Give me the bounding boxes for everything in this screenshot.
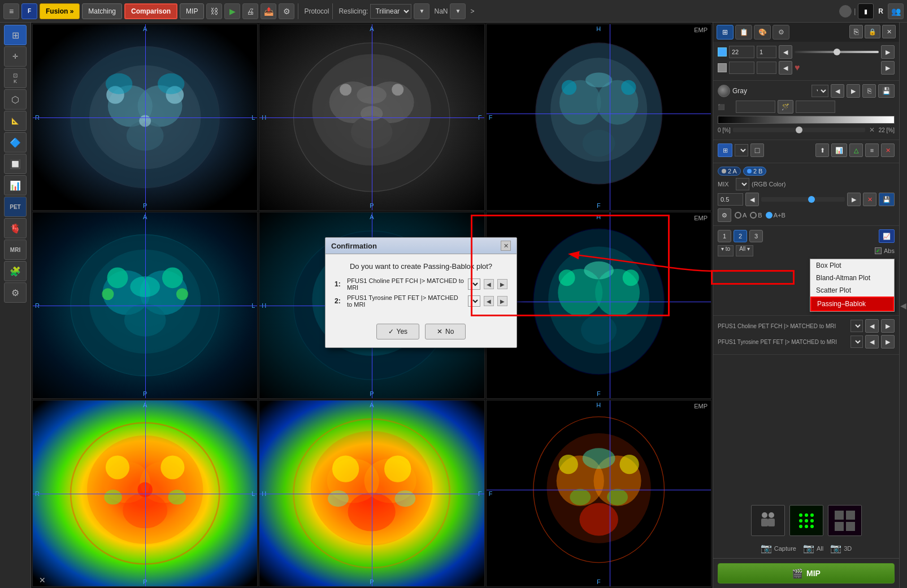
fusion-button[interactable]: Fusion »: [40, 3, 80, 19]
menu-icon[interactable]: ≡: [3, 3, 19, 19]
dataset2-next[interactable]: ▶: [881, 335, 895, 349]
rp-tab-settings[interactable]: ⚙: [773, 25, 789, 40]
dataset1-prev[interactable]: ◀: [865, 319, 879, 333]
bland-altman-item[interactable]: Bland-Altman Plot: [810, 272, 894, 284]
analysis-graph-btn[interactable]: 📈: [879, 229, 895, 243]
rp-right-icon4[interactable]: ≡: [865, 143, 879, 157]
dialog-item2-prev[interactable]: ◀: [484, 296, 494, 306]
analysis-tab-1[interactable]: 1: [718, 230, 731, 242]
dataset1-next[interactable]: ▶: [881, 319, 895, 333]
colormap-next[interactable]: ▶: [847, 84, 860, 98]
scatter-plot-item[interactable]: Scatter Plot: [810, 284, 894, 297]
disp-mode-select[interactable]: ▼: [735, 144, 748, 156]
sidebar-roi-icon[interactable]: ⬡: [4, 89, 27, 110]
sidebar-pet-icon[interactable]: PET: [4, 197, 27, 217]
slice-b-right-btn[interactable]: ▶: [881, 61, 895, 75]
slice-b-left-btn[interactable]: ◀: [779, 61, 792, 75]
disp-single-btn[interactable]: □: [750, 143, 764, 157]
mix-value-input[interactable]: 0.5: [718, 193, 743, 206]
max-input[interactable]: 0.1: [796, 101, 835, 113]
comparison-button[interactable]: Comparison: [124, 3, 177, 19]
radio-aplusb[interactable]: A+B: [766, 212, 786, 219]
matching-button[interactable]: Matching: [82, 3, 122, 19]
abs-checkbox[interactable]: ✓: [875, 247, 882, 254]
no-button[interactable]: ✕ No: [425, 324, 466, 339]
rp-right-icon5[interactable]: ✕: [881, 143, 895, 157]
sidebar-chart-icon[interactable]: 📊: [4, 175, 27, 195]
export-icon[interactable]: 📤: [261, 3, 276, 19]
scan-row3-col2[interactable]: A H F P: [259, 400, 484, 587]
dialog-item1-select[interactable]: [468, 278, 480, 290]
slice-max-input[interactable]: 1: [757, 46, 776, 58]
dialog-item2-next[interactable]: ▶: [497, 296, 507, 306]
scan-row2-col3[interactable]: EMP H F F: [486, 212, 711, 399]
min-input[interactable]: 0.0: [736, 101, 775, 113]
mip-toolbar-button[interactable]: MIP: [180, 3, 204, 19]
rp-tab-info[interactable]: 📋: [735, 25, 752, 40]
sidebar-overlay-icon[interactable]: 🔲: [4, 154, 27, 174]
sidebar-seg-icon[interactable]: 🧩: [4, 261, 27, 281]
mix-right-btn[interactable]: ▶: [847, 193, 861, 206]
rp-right-icon2[interactable]: 📊: [831, 143, 847, 157]
rp-tab-view[interactable]: ⊞: [717, 25, 734, 40]
slice-b2-input[interactable]: [757, 62, 776, 74]
scan-row2-col1[interactable]: A R L P: [32, 212, 258, 399]
sidebar-viewer-icon[interactable]: ⊞: [4, 25, 27, 45]
sidebar-measure-icon[interactable]: 📐: [4, 111, 27, 131]
settings2-icon[interactable]: ⚙: [279, 3, 294, 19]
disp-grid-btn[interactable]: ⊞: [718, 143, 732, 157]
passing-bablok-item[interactable]: Passing–Bablok: [810, 297, 894, 311]
box-plot-item[interactable]: Box Plot: [810, 259, 894, 272]
scan-row1-col3[interactable]: EMP H F F: [486, 24, 711, 211]
terminal-icon[interactable]: ▮: [858, 3, 874, 19]
dialog-item2-select[interactable]: [468, 295, 480, 307]
close-btn-small[interactable]: ✕: [867, 126, 876, 134]
slice-value-input[interactable]: 22: [729, 46, 754, 58]
scan-row3-col1[interactable]: A R L P: [32, 400, 258, 587]
capture-btn[interactable]: 📷 Capture: [761, 543, 796, 554]
sidebar-cursor-icon[interactable]: ✛: [4, 46, 27, 67]
mix-save-btn[interactable]: 💾: [879, 193, 895, 206]
radio-a[interactable]: A: [735, 212, 747, 219]
reslicing-select[interactable]: Trilinear Nearest Cubic: [370, 4, 411, 19]
thumb-persons[interactable]: [751, 505, 785, 536]
brightness-slider[interactable]: [733, 128, 865, 132]
all-btn[interactable]: 📷 All: [803, 543, 823, 554]
thumb-grid[interactable]: [828, 505, 862, 536]
channel-b-toggle[interactable]: 2 B: [743, 167, 767, 176]
colormap-select[interactable]: ▼: [811, 85, 828, 97]
sidebar-heart-icon[interactable]: 🫀: [4, 218, 27, 238]
link-icon[interactable]: ⛓: [206, 3, 222, 19]
panel-arrow[interactable]: ◀: [899, 23, 907, 588]
mix-left-btn[interactable]: ◀: [745, 193, 759, 206]
rp-tab-colormap[interactable]: 🎨: [754, 25, 771, 40]
print-icon[interactable]: 🖨: [242, 3, 258, 19]
dialog-item1-prev[interactable]: ◀: [484, 279, 494, 289]
colormap-prev[interactable]: ◀: [831, 84, 844, 98]
abc-gear[interactable]: ⚙: [718, 208, 731, 222]
mip-main-button[interactable]: 🎬 MIP: [718, 563, 895, 583]
dataset2-select[interactable]: ▼: [850, 336, 863, 348]
colormap-save[interactable]: 💾: [878, 84, 895, 98]
scan-row1-col1[interactable]: A R L P: [32, 24, 258, 211]
dataset2-prev[interactable]: ◀: [865, 335, 879, 349]
slice-b-input[interactable]: [729, 62, 754, 74]
nan-dropdown[interactable]: ▼: [450, 3, 466, 19]
dataset1-select[interactable]: ▼: [850, 320, 863, 332]
analysis-tab-2[interactable]: 2: [734, 230, 747, 242]
rp-copy-icon[interactable]: ⎘: [849, 25, 863, 38]
sidebar-settings-icon[interactable]: ⚙: [4, 282, 27, 303]
channel-a-toggle[interactable]: 2 A: [718, 167, 741, 176]
thumb-dots[interactable]: [789, 505, 823, 536]
dropdown-to-btn[interactable]: ▾ to: [718, 245, 734, 256]
close-marker[interactable]: ✕: [39, 576, 46, 585]
scan-row1-col2[interactable]: A H F P: [259, 24, 484, 211]
min-wand[interactable]: 🪄: [778, 100, 793, 114]
user-icon[interactable]: 👥: [888, 3, 904, 19]
colormap-copy[interactable]: ⎘: [862, 84, 876, 98]
rp-close-icon[interactable]: ✕: [882, 25, 896, 38]
mix-reset-btn[interactable]: ✕: [863, 193, 876, 206]
rp-lock-icon[interactable]: 🔒: [865, 25, 880, 38]
mix-slider[interactable]: [761, 197, 845, 202]
sidebar-k1-icon[interactable]: ⊡K: [4, 68, 27, 88]
